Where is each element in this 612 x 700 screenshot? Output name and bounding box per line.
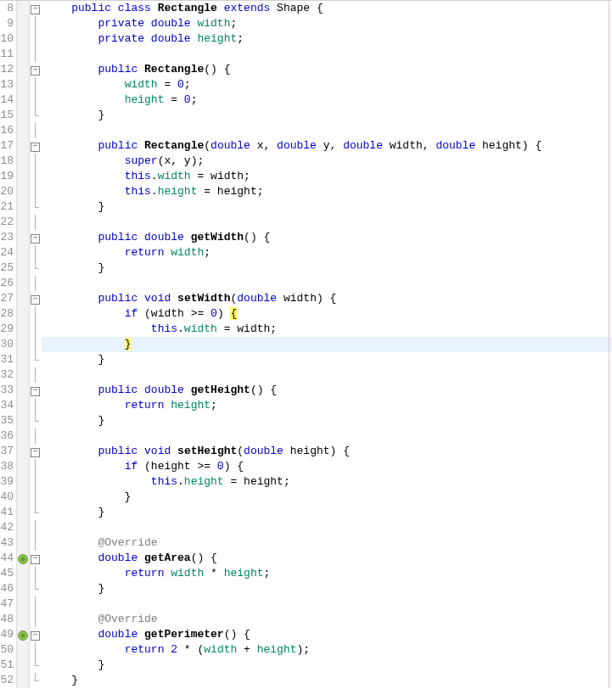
- fold-guide: [35, 322, 36, 337]
- code-line[interactable]: public void setWidth(double width) {: [42, 291, 612, 306]
- fold-cell[interactable]: −: [30, 1, 42, 16]
- fold-collapse-icon[interactable]: −: [31, 448, 40, 457]
- code-line[interactable]: return width;: [42, 245, 612, 260]
- fold-collapse-icon[interactable]: −: [31, 5, 40, 14]
- code-area[interactable]: public class Rectangle extends Shape { p…: [42, 1, 612, 688]
- code-line[interactable]: double getPerimeter() {: [42, 627, 612, 642]
- code-line[interactable]: }: [42, 199, 612, 215]
- code-token: setHeight: [177, 445, 237, 457]
- fold-cell: [30, 413, 42, 428]
- code-token: }: [45, 506, 104, 518]
- code-line[interactable]: [42, 123, 612, 138]
- fold-collapse-icon[interactable]: −: [31, 234, 40, 244]
- code-line[interactable]: }: [42, 490, 612, 505]
- fold-cell[interactable]: −: [30, 62, 42, 77]
- code-editor[interactable]: 8910111213141516171819202122232425262728…: [0, 0, 612, 688]
- override-icon[interactable]: o: [18, 630, 28, 641]
- line-number: 27: [0, 291, 14, 306]
- code-line[interactable]: height = 0;: [42, 92, 612, 108]
- fold-collapse-icon[interactable]: −: [31, 555, 40, 564]
- fold-cell: [30, 199, 42, 215]
- glyph-cell: [17, 62, 29, 77]
- fold-collapse-icon[interactable]: −: [31, 66, 40, 76]
- fold-cell[interactable]: −: [30, 551, 42, 566]
- glyph-cell: [17, 16, 29, 31]
- code-line[interactable]: [42, 428, 612, 444]
- code-line[interactable]: [42, 520, 612, 535]
- fold-end: [35, 658, 36, 665]
- fold-cell[interactable]: −: [30, 444, 42, 459]
- code-line[interactable]: }: [42, 413, 612, 428]
- code-token: (width >=: [138, 307, 211, 320]
- code-line[interactable]: double getArea() {: [42, 551, 612, 566]
- fold-guide: [35, 154, 36, 169]
- code-line[interactable]: @Override: [42, 535, 612, 551]
- code-token: [45, 93, 125, 106]
- fold-collapse-icon[interactable]: −: [31, 631, 40, 641]
- glyph-cell: [17, 367, 29, 383]
- code-token: ): [217, 307, 231, 320]
- line-number: 21: [0, 199, 14, 215]
- code-line[interactable]: private double width;: [42, 16, 612, 31]
- code-line[interactable]: return width * height;: [42, 566, 612, 581]
- code-line[interactable]: }: [42, 260, 612, 276]
- code-line[interactable]: width = 0;: [42, 77, 612, 92]
- fold-collapse-icon[interactable]: −: [31, 295, 40, 305]
- code-line[interactable]: this.width = width;: [42, 322, 612, 337]
- fold-cell: [30, 260, 42, 276]
- code-line[interactable]: return 2 * (width + height);: [42, 642, 612, 658]
- fold-cell[interactable]: −: [30, 138, 42, 154]
- code-line[interactable]: public class Rectangle extends Shape {: [42, 1, 612, 16]
- code-line[interactable]: return height;: [42, 398, 612, 413]
- fold-cell[interactable]: −: [30, 627, 42, 642]
- code-token: (: [204, 139, 211, 152]
- fold-guide: [35, 245, 36, 260]
- code-line[interactable]: this.height = height;: [42, 184, 612, 199]
- code-token: }: [45, 261, 104, 274]
- code-line[interactable]: }: [42, 581, 612, 596]
- code-line[interactable]: [42, 47, 612, 62]
- code-line[interactable]: this.width = width;: [42, 169, 612, 184]
- code-token: return: [125, 399, 165, 412]
- code-line[interactable]: [42, 215, 612, 230]
- code-line[interactable]: }: [42, 658, 612, 673]
- override-icon[interactable]: o: [18, 554, 28, 564]
- fold-guide: [35, 367, 36, 383]
- code-token: [45, 78, 125, 91]
- fold-cell[interactable]: −: [30, 383, 42, 398]
- code-line[interactable]: public Rectangle() {: [42, 62, 612, 77]
- fold-collapse-icon[interactable]: −: [31, 143, 40, 152]
- code-line[interactable]: this.height = height;: [42, 474, 612, 490]
- code-token: double: [98, 628, 138, 641]
- fold-gutter[interactable]: −−−−−−−−−: [30, 1, 42, 688]
- code-line[interactable]: if (width >= 0) {: [42, 306, 612, 322]
- code-line[interactable]: public void setHeight(double height) {: [42, 444, 612, 459]
- code-line[interactable]: public double getWidth() {: [42, 230, 612, 245]
- code-token: [138, 552, 144, 564]
- fold-cell: [30, 673, 42, 688]
- code-line[interactable]: private double height;: [42, 31, 612, 47]
- code-line[interactable]: [42, 276, 612, 291]
- code-line[interactable]: }: [42, 108, 612, 123]
- fold-collapse-icon[interactable]: −: [31, 387, 40, 396]
- code-line[interactable]: public double getHeight() {: [42, 383, 612, 398]
- fold-cell: [30, 612, 42, 627]
- code-line[interactable]: }: [42, 337, 612, 352]
- code-line[interactable]: [42, 367, 612, 383]
- fold-cell[interactable]: −: [30, 291, 42, 306]
- code-token: public: [98, 384, 138, 396]
- code-line[interactable]: @Override: [42, 612, 612, 627]
- code-line[interactable]: public Rectangle(double x, double y, dou…: [42, 138, 612, 154]
- code-line[interactable]: super(x, y);: [42, 154, 612, 169]
- code-line[interactable]: }: [42, 505, 612, 520]
- glyph-cell: [17, 398, 29, 413]
- code-token: return: [125, 246, 165, 259]
- fold-cell[interactable]: −: [30, 230, 42, 245]
- code-line[interactable]: [42, 596, 612, 612]
- line-number: 29: [0, 322, 14, 337]
- code-token: [45, 185, 125, 198]
- code-line[interactable]: if (height >= 0) {: [42, 459, 612, 474]
- code-token: {: [230, 307, 237, 320]
- code-line[interactable]: }: [42, 352, 612, 367]
- code-line[interactable]: }: [42, 673, 612, 688]
